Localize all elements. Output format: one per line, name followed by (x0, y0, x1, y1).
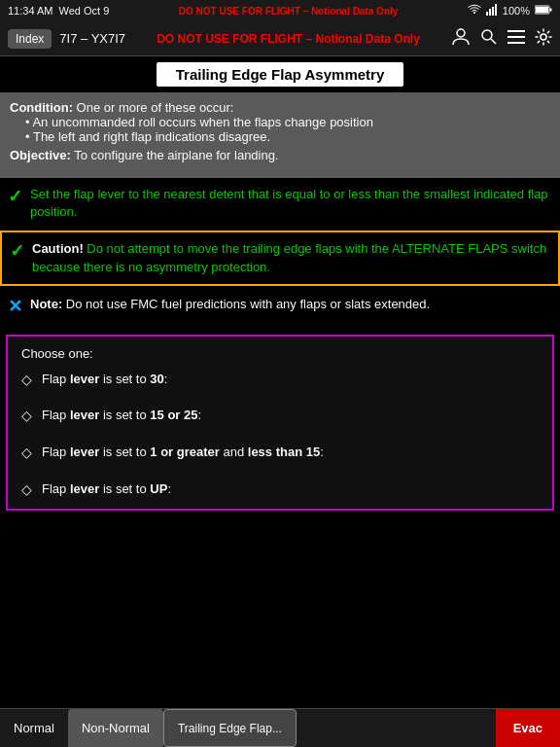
caution-body: Do not attempt to move the trailing edge… (32, 241, 546, 273)
svg-rect-0 (486, 12, 488, 16)
note-body: Do not use FMC fuel predictions with any… (66, 297, 430, 311)
nav-left: Index 7I7 – YX7I7 (8, 29, 125, 49)
status-bar: 11:34 AM Wed Oct 9 DO NOT USE FOR FLIGHT… (0, 0, 560, 21)
svg-point-7 (457, 29, 465, 37)
date: Wed Oct 9 (58, 5, 109, 17)
tab-non-normal-label: Non-Normal (82, 721, 150, 735)
content-area: Condition: One or more of these occur: A… (0, 92, 560, 178)
option-1-text: Flap lever is set to 30: (42, 371, 539, 388)
choose-title: Choose one: (21, 346, 539, 361)
tab-bar: Normal Non-Normal Trailing Edge Flap... … (0, 708, 560, 747)
svg-rect-12 (508, 42, 525, 44)
tab-non-normal[interactable]: Non-Normal (68, 709, 163, 747)
diamond-icon-2: ◇ (21, 407, 32, 426)
choose-option-4: ◇ Flap lever is set to UP: (21, 480, 539, 500)
option-2-text: Flap lever is set to 15 or 25: (42, 407, 539, 424)
nav-bar: Index 7I7 – YX7I7 DO NOT USE FOR FLIGHT … (0, 21, 560, 56)
objective-block: Objective: To configure the airplane for… (10, 148, 550, 162)
menu-icon[interactable] (508, 30, 525, 47)
svg-rect-10 (508, 30, 525, 32)
tab-evac-label: Evac (513, 721, 542, 735)
diamond-icon-1: ◇ (21, 371, 32, 390)
status-bar-right: 100% (468, 4, 552, 18)
option-4-text: Flap lever is set to UP: (42, 480, 539, 498)
svg-rect-1 (489, 9, 491, 16)
caution-label: Caution! (32, 241, 84, 256)
search-icon[interactable] (480, 28, 498, 49)
tab-normal-label: Normal (14, 721, 54, 735)
condition-list: An uncommanded roll occurs when the flap… (10, 115, 550, 144)
caution-item-text: Caution! Do not attempt to move the trai… (32, 240, 550, 275)
note-item: ✕ Note: Do not use FMC fuel predictions … (0, 288, 560, 325)
objective-text: To configure the airplane for landing. (74, 148, 278, 162)
svg-rect-11 (508, 36, 525, 38)
x-icon: ✕ (8, 296, 22, 317)
page-title-bar: Trailing Edge Flap Asymmetry (0, 56, 560, 92)
green-item-1: ✓ Set the flap lever to the nearest dete… (0, 178, 560, 229)
svg-rect-5 (536, 7, 548, 13)
condition-intro: One or more of these occur: (77, 100, 234, 115)
index-button[interactable]: Index (8, 29, 52, 49)
diamond-icon-4: ◇ (21, 480, 32, 500)
svg-rect-3 (495, 4, 497, 16)
choose-option-3: ◇ Flap lever is set to 1 or greater and … (21, 444, 539, 463)
page-title: Trailing Edge Flap Asymmetry (157, 62, 404, 87)
route-label: 7I7 – YX7I7 (59, 31, 125, 46)
wifi-icon (468, 4, 481, 18)
choose-box: Choose one: ◇ Flap lever is set to 30: ◇… (6, 335, 554, 511)
caution-item: ✓ Caution! Do not attempt to move the tr… (0, 231, 560, 285)
battery: 100% (503, 5, 530, 17)
svg-line-9 (491, 39, 496, 44)
tab-evac[interactable]: Evac (496, 709, 560, 747)
green-item-1-text: Set the flap lever to the nearest detent… (30, 186, 552, 221)
note-text: Note: Do not use FMC fuel predictions wi… (30, 296, 430, 313)
svg-point-13 (541, 34, 546, 40)
choose-option-1: ◇ Flap lever is set to 30: (21, 371, 539, 390)
objective-label: Objective: (10, 148, 71, 162)
svg-rect-2 (492, 7, 494, 16)
condition-item-2: The left and right flap indications disa… (25, 129, 550, 144)
gear-icon[interactable] (535, 28, 552, 49)
condition-block: Condition: One or more of these occur: A… (10, 100, 550, 144)
nav-right (451, 27, 552, 50)
check-icon-2: ✓ (10, 240, 24, 262)
condition-label: Condition: (10, 100, 73, 115)
tab-trailing-edge[interactable]: Trailing Edge Flap... (163, 709, 297, 747)
condition-item-1: An uncommanded roll occurs when the flap… (25, 115, 550, 129)
battery-icon (535, 5, 552, 17)
tab-trailing-edge-label: Trailing Edge Flap... (178, 722, 282, 735)
note-label: Note: (30, 297, 62, 311)
status-bar-warning: DO NOT USE FOR FLIGHT – Notional Data On… (179, 6, 399, 17)
check-icon-1: ✓ (8, 186, 22, 207)
svg-rect-6 (550, 9, 552, 12)
diamond-icon-3: ◇ (21, 444, 32, 463)
status-bar-left: 11:34 AM Wed Oct 9 (8, 5, 109, 17)
nav-warning: DO NOT USE FOR FLIGHT – Notional Data On… (125, 32, 451, 46)
time: 11:34 AM (8, 5, 52, 17)
signal-icon (486, 4, 498, 18)
choose-option-2: ◇ Flap lever is set to 15 or 25: (21, 407, 539, 426)
person-icon[interactable] (451, 27, 471, 50)
tab-normal[interactable]: Normal (0, 709, 68, 747)
svg-point-8 (482, 30, 492, 40)
option-3-text: Flap lever is set to 1 or greater and le… (42, 444, 539, 461)
